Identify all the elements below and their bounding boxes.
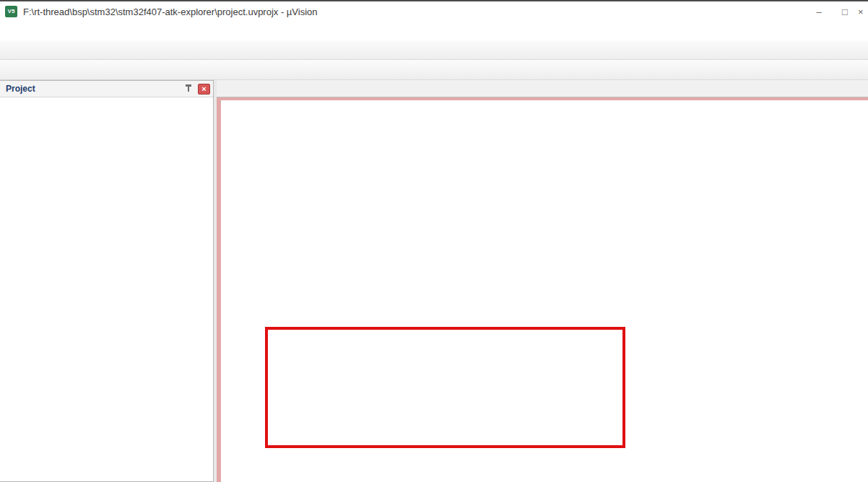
code-editor[interactable] (221, 100, 868, 482)
project-panel-header: Project × (0, 81, 213, 97)
project-panel-title: Project (6, 84, 185, 94)
main-toolbar (0, 40, 868, 60)
title-bar: F:\rt-thread\bsp\stm32\stm32f407-atk-exp… (0, 1, 868, 22)
project-tree (0, 97, 213, 481)
window-controls: –□× (806, 1, 868, 22)
build-toolbar (0, 60, 868, 80)
menu-bar (0, 22, 868, 40)
editor-frame (217, 97, 868, 482)
minimize-button[interactable]: – (806, 1, 832, 22)
project-panel: Project × (0, 80, 214, 482)
editor-area (217, 80, 868, 482)
close-panel-button[interactable]: × (198, 84, 210, 95)
maximize-button[interactable]: □ (832, 1, 858, 22)
uvision-window: F:\rt-thread\bsp\stm32\stm32f407-atk-exp… (0, 0, 868, 482)
uvision-logo-icon (5, 6, 17, 17)
main-area: Project × (0, 80, 868, 482)
window-title: F:\rt-thread\bsp\stm32\stm32f407-atk-exp… (23, 6, 318, 17)
annotation-rectangle (265, 327, 625, 448)
pin-icon[interactable] (185, 84, 192, 94)
close-button[interactable]: × (858, 1, 868, 22)
editor-tab-bar (217, 80, 868, 97)
column-ruler (738, 100, 739, 482)
